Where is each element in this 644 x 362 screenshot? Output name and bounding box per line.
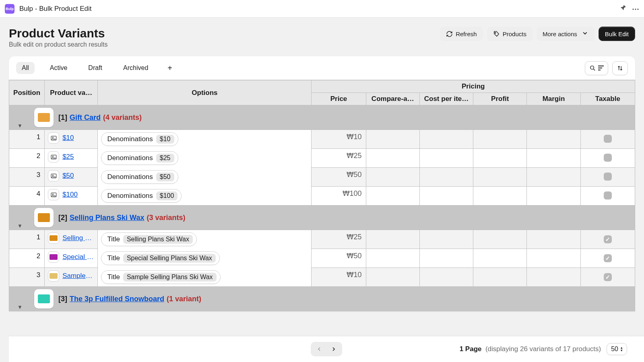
variant-link[interactable]: $100 [62,191,78,199]
cell-profit[interactable] [473,168,527,187]
group-link[interactable]: The 3p Fulfilled Snowboard [70,295,164,303]
group-link[interactable]: Gift Card [70,113,101,122]
cell-margin[interactable] [527,230,580,249]
tab-archived[interactable]: Archived [118,62,154,74]
cell-margin[interactable] [527,187,580,206]
cell-compare[interactable] [366,149,419,168]
cell-taxable[interactable] [580,249,635,268]
taxable-checkbox[interactable] [604,173,612,181]
variant-thumb[interactable] [48,251,59,263]
cell-compare[interactable] [366,130,419,149]
variant-link[interactable]: $25 [62,153,74,161]
cell-price[interactable]: ₩10 [312,130,366,149]
variant-thumb[interactable] [48,270,59,282]
cell-compare[interactable] [366,168,419,187]
taxable-checkbox[interactable] [604,154,612,162]
cell-price[interactable]: ₩10 [312,268,366,287]
taxable-checkbox[interactable] [604,254,612,262]
variant-link[interactable]: Selling Plans Ski Wax [62,234,94,242]
pin-icon[interactable] [620,4,627,13]
taxable-checkbox[interactable] [604,135,612,143]
group-link[interactable]: Selling Plans Ski Wax [70,214,144,222]
option-chip[interactable]: TitleSelling Plans Ski Wax [101,232,197,246]
taxable-checkbox[interactable] [604,235,612,243]
tab-all[interactable]: All [16,62,35,74]
cell-cost[interactable] [419,268,473,287]
option-chip[interactable]: Denominations$10 [101,132,178,146]
page-size-select[interactable]: 50 ▴▾ [607,343,627,355]
col-cost[interactable]: Cost per ite… [419,93,473,105]
cell-taxable[interactable] [580,130,635,149]
cell-profit[interactable] [473,249,527,268]
cell-price[interactable]: ₩25 [312,149,366,168]
variant-thumb[interactable] [48,189,59,200]
more-actions-button[interactable]: More actions [537,27,594,41]
sort-button[interactable] [612,61,628,75]
variant-thumb[interactable] [48,170,59,181]
col-compare[interactable]: Compare-a… [366,93,419,105]
cell-taxable[interactable] [580,168,635,187]
tab-active[interactable]: Active [44,62,73,74]
col-price[interactable]: Price [312,93,366,105]
variant-thumb[interactable] [48,232,59,244]
variant-thumb[interactable] [48,151,59,162]
cell-cost[interactable] [419,249,473,268]
option-chip[interactable]: Denominations$25 [101,151,178,165]
taxable-checkbox[interactable] [604,191,612,200]
group-collapse-toggle[interactable]: ▼ [17,223,23,229]
cell-taxable[interactable] [580,230,635,249]
cell-margin[interactable] [527,249,580,268]
cell-margin[interactable] [527,149,580,168]
cell-taxable[interactable] [580,149,635,168]
group-collapse-toggle[interactable]: ▼ [17,123,23,129]
cell-profit[interactable] [473,149,527,168]
more-icon[interactable]: ⋯ [632,4,640,13]
tab-add[interactable]: + [163,63,176,74]
cell-cost[interactable] [419,149,473,168]
cell-cost[interactable] [419,230,473,249]
variant-thumb[interactable] [48,132,59,144]
search-filter-button[interactable] [585,61,608,75]
cell-cost[interactable] [419,187,473,206]
variant-link[interactable]: Sample Selling Plans Ski Wax [62,272,94,280]
option-chip[interactable]: Denominations$50 [101,170,178,184]
col-product-variant[interactable]: Product va… [45,80,98,105]
cell-taxable[interactable] [580,268,635,287]
cell-price[interactable]: ₩50 [312,168,366,187]
cell-profit[interactable] [473,268,527,287]
tab-draft[interactable]: Draft [83,62,108,74]
pager-prev[interactable] [312,343,326,355]
cell-margin[interactable] [527,268,580,287]
col-taxable[interactable]: Taxable [580,93,635,105]
cell-price[interactable]: ₩100 [312,187,366,206]
group-collapse-toggle[interactable]: ▼ [17,304,23,310]
cell-price[interactable]: ₩50 [312,249,366,268]
variant-link[interactable]: $10 [62,134,74,142]
cell-profit[interactable] [473,230,527,249]
cell-compare[interactable] [366,249,419,268]
variant-link[interactable]: Special Selling Plans Ski Wax [62,253,94,261]
pager-next[interactable] [326,343,341,355]
cell-profit[interactable] [473,130,527,149]
option-chip[interactable]: TitleSpecial Selling Plans Ski Wax [101,251,219,265]
option-chip[interactable]: TitleSample Selling Plans Ski Wax [101,270,220,284]
cell-compare[interactable] [366,268,419,287]
cell-cost[interactable] [419,130,473,149]
cell-compare[interactable] [366,187,419,206]
cell-margin[interactable] [527,168,580,187]
refresh-button[interactable]: Refresh [440,27,483,41]
bulk-edit-button[interactable]: Bulk Edit [599,27,635,41]
col-profit[interactable]: Profit [473,93,527,105]
option-chip[interactable]: Denominations$100 [101,189,182,203]
cell-compare[interactable] [366,230,419,249]
cell-profit[interactable] [473,187,527,206]
cell-taxable[interactable] [580,187,635,206]
products-button[interactable]: Products [487,27,533,41]
col-position[interactable]: Position [9,80,45,105]
cell-price[interactable]: ₩25 [312,230,366,249]
cell-margin[interactable] [527,130,580,149]
variant-link[interactable]: $50 [62,172,74,180]
col-margin[interactable]: Margin [527,93,580,105]
taxable-checkbox[interactable] [604,273,612,281]
col-options[interactable]: Options [98,80,312,105]
